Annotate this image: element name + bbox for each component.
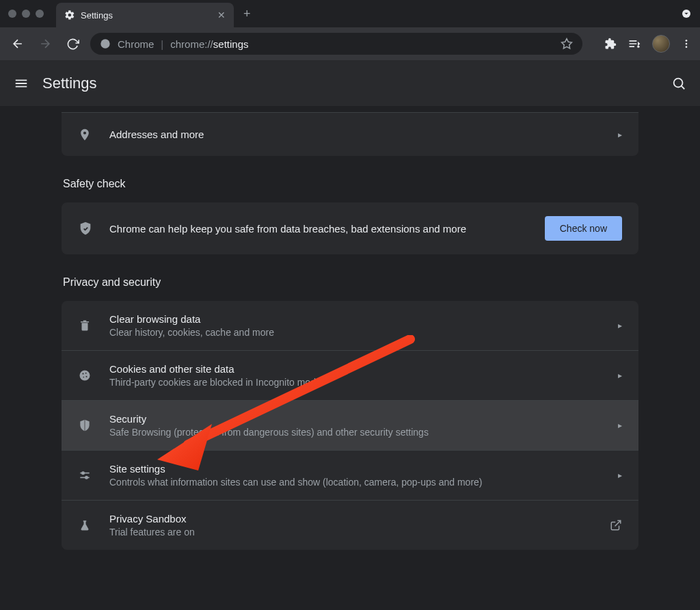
sliders-icon (77, 468, 93, 482)
titlebar: Settings ✕ + (0, 0, 700, 27)
svg-point-12 (83, 377, 85, 378)
svg-point-4 (686, 40, 688, 42)
media-control-icon[interactable] (628, 37, 641, 51)
svg-point-1 (100, 39, 109, 48)
maximize-window[interactable] (36, 10, 44, 18)
row-title: Clear browsing data (109, 313, 618, 325)
autofill-card: Addresses and more ▸ (62, 112, 638, 156)
svg-point-3 (637, 46, 639, 48)
new-tab-button[interactable]: + (243, 7, 251, 21)
svg-point-8 (80, 371, 90, 381)
profile-avatar[interactable] (652, 35, 670, 53)
row-subtitle: Clear history, cookies, cache and more (109, 327, 618, 338)
browser-toolbar: Chrome | chrome://settings (0, 27, 700, 60)
shield-icon (77, 419, 93, 432)
omnibox-divider: | (161, 38, 163, 50)
omnibox-prefix: Chrome (118, 38, 154, 50)
row-subtitle: Controls what information sites can use … (109, 477, 618, 488)
minimize-window[interactable] (22, 10, 30, 18)
row-privacy-sandbox[interactable]: Privacy Sandbox Trial features are on (62, 500, 638, 550)
search-settings-icon[interactable] (671, 76, 686, 91)
chevron-right-icon: ▸ (618, 470, 622, 480)
row-cookies[interactable]: Cookies and other site data Third-party … (62, 350, 638, 400)
svg-point-11 (86, 376, 88, 377)
trash-icon (77, 319, 93, 332)
row-security[interactable]: Security Safe Browsing (protection from … (62, 400, 638, 450)
svg-marker-2 (562, 39, 572, 49)
row-title: Site settings (109, 463, 618, 475)
chevron-right-icon: ▸ (618, 371, 622, 380)
location-pin-icon (77, 128, 93, 142)
shield-check-icon (78, 221, 93, 236)
row-title: Addresses and more (109, 129, 618, 140)
bookmark-icon[interactable] (561, 38, 573, 50)
browser-tab-settings[interactable]: Settings ✕ (56, 3, 234, 27)
tab-title: Settings (81, 10, 212, 21)
safety-check-row: Chrome can help keep you safe from data … (62, 202, 638, 254)
row-clear-browsing-data[interactable]: Clear browsing data Clear history, cooki… (62, 301, 638, 350)
address-bar[interactable]: Chrome | chrome://settings (90, 33, 582, 55)
forward-button[interactable] (36, 34, 55, 53)
settings-content: Addresses and more ▸ Safety check Chrome… (0, 107, 700, 563)
back-button[interactable] (8, 34, 27, 53)
cookie-icon (77, 369, 93, 382)
row-site-settings[interactable]: Site settings Controls what information … (62, 450, 638, 500)
row-subtitle: Trial features are on (109, 527, 610, 538)
external-link-icon (610, 519, 622, 531)
settings-header: Settings (0, 60, 700, 107)
privacy-card: Clear browsing data Clear history, cooki… (62, 301, 638, 550)
svg-point-7 (674, 78, 683, 87)
close-window[interactable] (8, 10, 16, 18)
row-title: Privacy Sandbox (109, 513, 610, 525)
row-subtitle: Third-party cookies are blocked in Incog… (109, 377, 618, 388)
safety-check-description: Chrome can help keep you safe from data … (109, 223, 528, 235)
row-subtitle: Safe Browsing (protection from dangerous… (109, 427, 618, 438)
window-controls (8, 10, 44, 18)
flask-icon (77, 518, 93, 532)
extensions-icon[interactable] (604, 38, 617, 50)
svg-point-15 (82, 472, 84, 474)
menu-icon[interactable] (681, 38, 692, 49)
dropdown-icon[interactable] (681, 8, 692, 19)
chevron-right-icon: ▸ (618, 421, 622, 430)
chevron-right-icon: ▸ (618, 130, 622, 140)
reload-button[interactable] (63, 34, 82, 53)
gear-icon (64, 10, 75, 21)
svg-point-6 (686, 46, 688, 48)
svg-point-10 (85, 373, 87, 374)
row-addresses[interactable]: Addresses and more ▸ (62, 112, 638, 156)
site-info-icon[interactable] (100, 38, 111, 49)
settings-title: Settings (42, 75, 97, 92)
section-safety-check: Safety check (62, 178, 638, 190)
svg-point-5 (686, 43, 688, 45)
svg-line-17 (615, 520, 621, 526)
row-title: Security (109, 413, 618, 425)
check-now-button[interactable]: Check now (545, 216, 622, 241)
section-privacy-security: Privacy and security (62, 276, 638, 289)
svg-point-16 (85, 477, 88, 479)
svg-point-9 (82, 373, 83, 374)
omnibox-url: chrome://settings (170, 38, 248, 50)
row-title: Cookies and other site data (109, 363, 618, 375)
safety-check-card: Chrome can help keep you safe from data … (62, 202, 638, 254)
close-tab-icon[interactable]: ✕ (217, 10, 226, 21)
chevron-right-icon: ▸ (618, 321, 622, 330)
hamburger-menu-icon[interactable] (14, 76, 29, 91)
